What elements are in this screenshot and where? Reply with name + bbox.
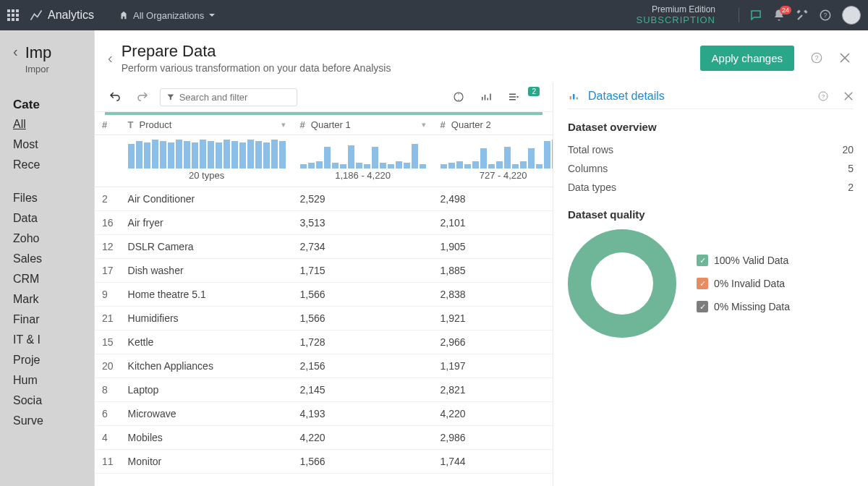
quality-heading: Dataset quality [568, 208, 854, 221]
bars-icon [568, 90, 581, 103]
table-row[interactable]: 20Kitchen Appliances2,1561,197 [95, 354, 553, 378]
bg-title: Imp [25, 43, 52, 62]
subscription-info[interactable]: Premium Edition SUBSCRIPTION [636, 4, 715, 26]
org-label: All Organizations [133, 10, 204, 21]
filter-icon [166, 93, 175, 102]
chevron-down-icon [208, 12, 216, 19]
overview-row: Data types2 [568, 178, 854, 197]
steps-icon[interactable] [503, 87, 524, 107]
panel-subtitle: Perform various transformation on your d… [122, 62, 692, 74]
legend-row: ✓100% Valid Data [697, 255, 790, 266]
legend-checkbox: ✓ [697, 278, 708, 289]
details-title: Dataset details [588, 90, 665, 103]
panel-title: Prepare Data [122, 42, 692, 61]
table-row[interactable]: 12DSLR Camera2,7341,905 [95, 235, 553, 259]
table-row[interactable]: 9Home theatre 5.11,5662,838 [95, 283, 553, 307]
legend-checkbox: ✓ [697, 301, 708, 312]
hist-product [128, 138, 286, 169]
premium-line1: Premium Edition [636, 4, 715, 14]
building-icon [119, 10, 129, 20]
user-avatar[interactable] [842, 6, 861, 25]
steps-badge: 2 [528, 87, 540, 96]
svg-text:?: ? [822, 93, 825, 100]
table-body: 2Air Conditioner2,5292,49816Air fryer3,5… [95, 187, 553, 474]
brand-name: Analytics [48, 9, 94, 22]
data-table: # TProduct▾ #Quarter 1▾ #Quarter 2 20 ty… [95, 115, 553, 474]
table-row[interactable]: 8Laptop2,1452,821 [95, 378, 553, 402]
prepare-data-panel: ‹ Prepare Data Perform various transform… [94, 30, 868, 486]
undo-button[interactable] [105, 87, 125, 107]
back-button[interactable]: ‹ [108, 50, 113, 67]
help-icon[interactable]: ? [819, 9, 832, 22]
dataset-details-panel: Dataset details ? Dataset overview Total… [553, 82, 868, 486]
table-row[interactable]: 4Mobiles4,2202,986 [95, 426, 553, 450]
overview-list: Total rows20Columns5Data types2 [568, 140, 854, 197]
prep-toolbar: 2 [95, 82, 553, 112]
svg-text:?: ? [823, 12, 827, 19]
table-row[interactable]: 6Microwave4,1934,220 [95, 402, 553, 426]
redo-button[interactable] [132, 87, 153, 107]
navbar-divider [739, 8, 739, 22]
apps-grid-icon[interactable] [7, 9, 19, 21]
bg-subtitle: Impor [25, 64, 52, 74]
legend-row: ✓0% Invalid Data [697, 278, 790, 289]
table-header-row: # TProduct▾ #Quarter 1▾ #Quarter 2 [95, 115, 553, 135]
col-q2: Quarter 2 [451, 119, 491, 130]
col-product: Product [140, 119, 172, 130]
columns-icon[interactable] [476, 87, 496, 107]
table-row[interactable]: 15Kettle1,7282,966 [95, 331, 553, 354]
legend-row: ✓0% Missing Data [697, 301, 790, 312]
help-icon[interactable]: ? [817, 90, 829, 102]
top-navbar: Analytics All Organizations Premium Edit… [0, 0, 868, 30]
chevron-down-icon[interactable]: ▾ [281, 120, 286, 129]
target-icon[interactable] [448, 87, 469, 107]
panel-header: ‹ Prepare Data Perform various transform… [95, 30, 868, 82]
overview-heading: Dataset overview [568, 121, 854, 133]
table-row[interactable]: 16Air fryer3,5132,101 [95, 211, 553, 235]
col-q1: Quarter 1 [311, 119, 351, 130]
quality-donut-chart [568, 229, 676, 338]
close-icon[interactable] [839, 52, 851, 64]
notifications-icon[interactable] [773, 9, 786, 22]
search-input[interactable] [179, 92, 291, 103]
chevron-down-icon[interactable]: ▾ [422, 120, 426, 129]
quality-legend: ✓100% Valid Data✓0% Invalid Data✓0% Miss… [697, 255, 790, 312]
data-prep-area: 2 # TProduct▾ #Quarter 1▾ #Quarter 2 [95, 82, 553, 486]
histogram-row: 20 types 1,186 - 4,220 727 - 4,220 [95, 135, 553, 187]
overview-row: Total rows20 [568, 140, 854, 159]
premium-line2: SUBSCRIPTION [636, 14, 715, 26]
svg-text:?: ? [814, 54, 818, 61]
help-icon[interactable]: ? [810, 51, 823, 64]
hist-q1 [300, 138, 426, 169]
hist-q2 [441, 138, 553, 169]
close-icon[interactable] [843, 91, 854, 101]
analytics-logo-icon [29, 8, 43, 22]
org-selector[interactable]: All Organizations [119, 10, 216, 21]
legend-checkbox: ✓ [697, 255, 708, 266]
table-row[interactable]: 21Humidifiers1,5661,921 [95, 307, 553, 331]
overview-row: Columns5 [568, 159, 854, 178]
table-row[interactable]: 2Air Conditioner2,5292,498 [95, 187, 553, 211]
table-row[interactable]: 11Monitor1,5661,744 [95, 450, 553, 474]
brand-logo[interactable]: Analytics [29, 8, 94, 22]
search-filter-box[interactable] [160, 88, 297, 106]
apply-changes-button[interactable]: Apply changes [700, 46, 794, 71]
chat-icon[interactable] [749, 9, 762, 22]
tools-icon[interactable] [796, 9, 809, 22]
table-row[interactable]: 17Dish washer1,7151,885 [95, 259, 553, 283]
